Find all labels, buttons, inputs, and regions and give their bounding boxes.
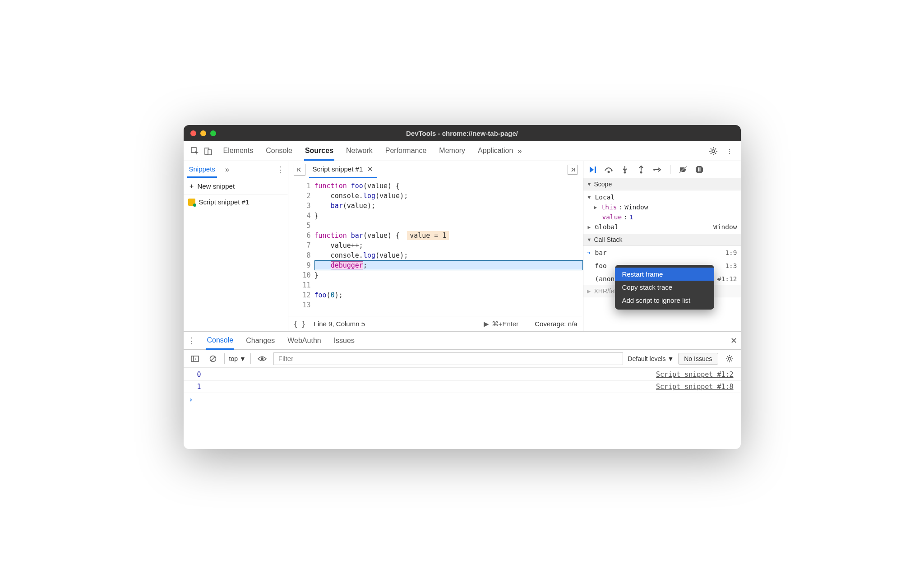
deactivate-breakpoints-icon[interactable] xyxy=(678,164,688,175)
drawer-tabs: ⋮ Console Changes WebAuthn Issues ✕ xyxy=(184,332,741,350)
drawer-more-icon[interactable]: ⋮ xyxy=(187,336,195,346)
new-snippet-button[interactable]: ＋ New snippet xyxy=(184,178,288,194)
svg-point-11 xyxy=(640,171,642,173)
close-drawer-icon[interactable]: ✕ xyxy=(730,336,737,346)
tab-sources[interactable]: Sources xyxy=(304,142,334,161)
console-toolbar: top ▼ Default levels ▼ No Issues xyxy=(184,350,741,368)
console-log-row[interactable]: 0 Script snippet #1:2 xyxy=(184,369,741,381)
device-toggle-icon[interactable] xyxy=(202,144,215,158)
new-snippet-label: New snippet xyxy=(198,182,235,190)
live-expression-icon[interactable] xyxy=(255,352,269,366)
step-over-icon[interactable] xyxy=(603,164,614,175)
tab-snippets[interactable]: Snippets xyxy=(187,162,217,178)
close-window-button[interactable] xyxy=(190,130,196,136)
console-sidebar-icon[interactable] xyxy=(188,352,202,366)
tab-webauthn[interactable]: WebAuthn xyxy=(286,333,322,349)
plus-icon: ＋ xyxy=(188,182,195,190)
resume-icon[interactable] xyxy=(587,164,598,175)
collapse-debugger-icon[interactable] xyxy=(568,165,578,175)
pause-exceptions-icon[interactable] xyxy=(694,164,705,175)
navigator-more-tabs-icon[interactable]: » xyxy=(222,166,233,174)
minimize-window-button[interactable] xyxy=(200,130,206,136)
inspect-element-icon[interactable] xyxy=(188,144,202,158)
close-tab-icon[interactable]: ✕ xyxy=(367,165,373,173)
current-frame-icon: ➔ xyxy=(587,249,595,256)
tab-console-drawer[interactable]: Console xyxy=(206,332,235,350)
snippet-list-item[interactable]: Script snippet #1 xyxy=(184,194,288,209)
console-log-row[interactable]: 1 Script snippet #1:8 xyxy=(184,381,741,393)
more-tabs-icon[interactable]: » xyxy=(514,147,525,155)
navigator-pane: Snippets » ⋮ ＋ New snippet Script snippe… xyxy=(184,161,288,331)
console-filter-input[interactable] xyxy=(273,352,624,365)
log-source-link[interactable]: Script snippet #1:8 xyxy=(656,383,734,391)
more-menu-icon[interactable]: ⋮ xyxy=(723,144,736,158)
tab-elements[interactable]: Elements xyxy=(222,142,254,160)
clear-console-icon[interactable] xyxy=(206,352,220,366)
step-out-icon[interactable] xyxy=(636,164,647,175)
callstack-label: Call Stack xyxy=(594,236,623,243)
log-source-link[interactable]: Script snippet #1:2 xyxy=(656,370,734,379)
settings-icon[interactable] xyxy=(707,144,720,158)
debugger-pane: ▼ Scope ▼Local ▶this: Window value: 1 ▶G… xyxy=(583,161,741,331)
editor-tab-label: Script snippet #1 xyxy=(313,165,363,173)
tab-network[interactable]: Network xyxy=(345,142,374,160)
no-issues-button[interactable]: No Issues xyxy=(678,353,718,365)
scope-section-header[interactable]: ▼ Scope xyxy=(583,178,741,190)
debugger-toolbar xyxy=(583,161,741,178)
console-prompt[interactable]: › xyxy=(184,393,741,407)
tab-memory[interactable]: Memory xyxy=(438,142,466,160)
main-tabs: Elements Console Sources Network Perform… xyxy=(222,142,514,160)
coverage-status: Coverage: n/a xyxy=(535,320,577,328)
triangle-down-icon: ▼ xyxy=(240,355,246,362)
callstack-frame[interactable]: ➔ bar 1:9 xyxy=(583,246,741,259)
window-title: DevTools - chrome://new-tab-page/ xyxy=(184,130,741,137)
svg-point-3 xyxy=(712,150,715,153)
snippet-name: Script snippet #1 xyxy=(199,198,249,206)
log-value: 1 xyxy=(197,383,201,391)
tab-issues[interactable]: Issues xyxy=(333,333,356,349)
tab-changes[interactable]: Changes xyxy=(245,333,276,349)
collapse-navigator-icon[interactable] xyxy=(294,164,305,176)
console-output: 0 Script snippet #1:2 1 Script snippet #… xyxy=(184,368,741,449)
callstack-section-header[interactable]: ▼ Call Stack xyxy=(583,234,741,246)
sources-panel: Snippets » ⋮ ＋ New snippet Script snippe… xyxy=(184,161,741,332)
context-menu: Restart frame Copy stack trace Add scrip… xyxy=(615,265,714,310)
navigator-more-icon[interactable]: ⋮ xyxy=(276,165,284,175)
log-levels-select[interactable]: Default levels ▼ xyxy=(628,355,674,362)
run-snippet-button[interactable]: ▶ ⌘+Enter xyxy=(484,320,519,328)
devtools-window: DevTools - chrome://new-tab-page/ Elemen… xyxy=(184,125,741,449)
svg-point-22 xyxy=(261,357,263,360)
svg-point-13 xyxy=(653,169,655,171)
inline-value-hint: value = 1 xyxy=(407,231,449,240)
pretty-print-icon[interactable]: { } xyxy=(294,320,306,328)
scope-value[interactable]: value: 1 xyxy=(583,212,741,222)
context-menu-copy-stack-trace[interactable]: Copy stack trace xyxy=(615,281,714,294)
step-into-icon[interactable] xyxy=(619,164,630,175)
step-icon[interactable] xyxy=(652,164,663,175)
code-content: function foo(value) { console.log(value)… xyxy=(314,178,583,316)
play-icon: ▶ xyxy=(484,320,489,328)
console-context-select[interactable]: top ▼ xyxy=(224,353,251,364)
context-menu-add-ignore-list[interactable]: Add script to ignore list xyxy=(615,294,714,307)
svg-rect-18 xyxy=(191,356,199,361)
tab-performance[interactable]: Performance xyxy=(384,142,428,160)
cursor-position: Line 9, Column 5 xyxy=(314,320,365,328)
triangle-down-icon: ▼ xyxy=(587,181,592,187)
maximize-window-button[interactable] xyxy=(210,130,216,136)
svg-point-9 xyxy=(624,171,626,173)
svg-line-21 xyxy=(211,356,215,361)
tab-console[interactable]: Console xyxy=(265,142,293,160)
context-menu-restart-frame[interactable]: Restart frame xyxy=(615,268,714,281)
log-value: 0 xyxy=(197,370,201,379)
scope-global[interactable]: ▶GlobalWindow xyxy=(583,222,741,232)
editor-tab-active[interactable]: Script snippet #1 ✕ xyxy=(309,162,377,178)
scope-this[interactable]: ▶this: Window xyxy=(583,202,741,212)
scope-tree: ▼Local ▶this: Window value: 1 ▶GlobalWin… xyxy=(583,190,741,234)
editor-status-bar: { } Line 9, Column 5 ▶ ⌘+Enter Coverage:… xyxy=(288,316,583,331)
console-settings-icon[interactable] xyxy=(723,352,736,366)
snippet-file-icon xyxy=(188,199,195,206)
editor-tabs: Script snippet #1 ✕ xyxy=(288,161,583,178)
scope-local[interactable]: ▼Local xyxy=(583,192,741,202)
code-editor[interactable]: 12345678910111213 function foo(value) { … xyxy=(288,178,583,316)
tab-application[interactable]: Application xyxy=(477,142,514,160)
